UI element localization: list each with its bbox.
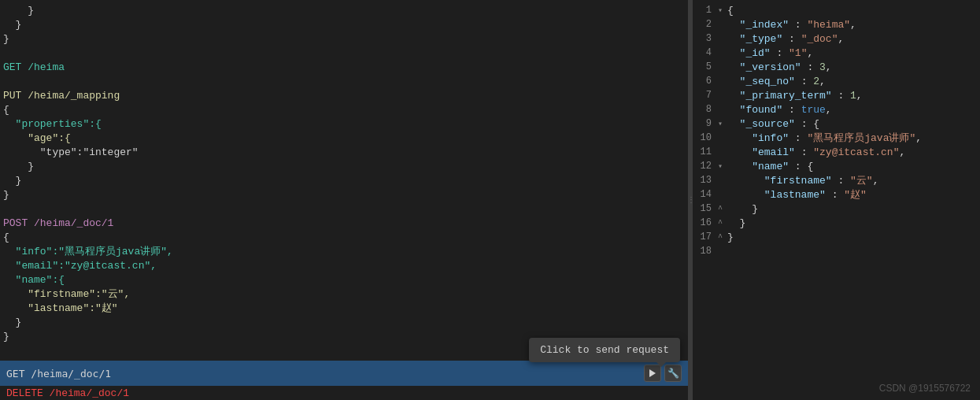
put-mapping-line[interactable]: PUT /heima/_mapping (0, 88, 688, 102)
result-line: 3 "_type" : "_doc", (693, 31, 980, 46)
code-line: { (0, 102, 688, 117)
delete-line[interactable]: DELETE /heima/_doc/1 (0, 386, 688, 400)
post-doc-line[interactable]: POST /heima/_doc/1 (0, 216, 688, 230)
result-line: 5 "_version" : 3, (693, 60, 980, 74)
result-line: 6 "_seq_no" : 2, (693, 74, 980, 88)
result-line: 7 "_primary_term" : 1, (693, 88, 980, 102)
run-button[interactable] (644, 365, 661, 382)
wrench-icon: 🔧 (668, 368, 679, 380)
result-line: 1 ▾ { (693, 3, 980, 17)
request-actions: 🔧 (644, 365, 682, 382)
result-line: 4 "_id" : "1", (693, 46, 980, 60)
watermark: CSDN @1915576722 (879, 383, 971, 394)
result-line: 18 (693, 244, 980, 258)
play-icon (648, 369, 657, 378)
code-line: } (0, 315, 688, 329)
code-line: "type":"integer" (0, 145, 688, 159)
result-line: 9 ▾ "_source" : { (693, 117, 980, 131)
result-line: 11 "email" : "zy@itcast.cn", (693, 145, 980, 159)
get-heima-line[interactable]: GET /heima (0, 60, 688, 74)
code-line: "properties":{ (0, 117, 688, 131)
code-line: "email":"zy@itcast.cn", (0, 258, 688, 272)
code-line: } (0, 187, 688, 202)
code-line (0, 74, 688, 88)
code-line: } (0, 159, 688, 173)
left-code-area: } } } GET /heima PUT /heima/_mapping { "… (0, 0, 688, 361)
code-line: "info":"黑马程序员java讲师", (0, 244, 688, 258)
code-line: } (0, 31, 688, 46)
code-line: "lastname":"赵" (0, 301, 688, 315)
send-request-tooltip: Click to send request (529, 338, 680, 362)
result-line: 14 "lastname" : "赵" (693, 187, 980, 202)
result-line: 15 ^ } (693, 202, 980, 216)
result-line: 12 ▾ "name" : { (693, 159, 980, 173)
settings-button[interactable]: 🔧 (664, 365, 682, 382)
result-line: 2 "_index" : "heima", (693, 17, 980, 31)
resizer-handle-icon: ⋮ (687, 195, 695, 205)
code-line (0, 202, 688, 216)
code-line: } (0, 17, 688, 31)
active-request-line[interactable]: GET /heima/_doc/1 🔧 (0, 361, 688, 386)
code-line (0, 46, 688, 60)
result-line: 13 "firstname" : "云", (693, 173, 980, 187)
code-line: { (0, 230, 688, 244)
result-line: 16 ^ } (693, 216, 980, 230)
result-line: 10 "info" : "黑马程序员java讲师", (693, 131, 980, 145)
result-line: 17 ^ } (693, 230, 980, 244)
code-line: "firstname":"云", (0, 287, 688, 301)
code-line: "age":{ (0, 131, 688, 145)
active-request-text: GET /heima/_doc/1 (6, 368, 111, 380)
code-line: } (0, 173, 688, 187)
right-panel: 1 ▾ { 2 "_index" : "heima", 3 "_type" : … (693, 0, 980, 400)
panel-resizer[interactable]: ⋮ (689, 0, 693, 400)
delete-text: DELETE /heima/_doc/1 (6, 387, 129, 399)
svg-marker-0 (649, 369, 656, 377)
result-line: 8 "found" : true, (693, 102, 980, 117)
code-line: "name":{ (0, 272, 688, 287)
code-line: } (0, 3, 688, 17)
left-panel: } } } GET /heima PUT /heima/_mapping { "… (0, 0, 689, 400)
